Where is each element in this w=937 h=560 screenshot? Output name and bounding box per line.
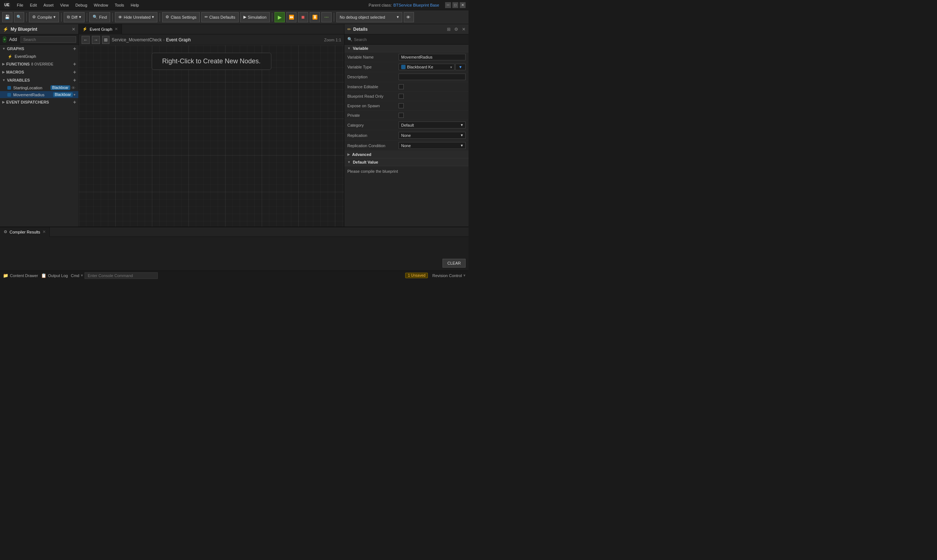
category-dropdown-arrow: ▾	[461, 123, 463, 128]
output-log-button[interactable]: 📋 Output Log	[41, 273, 68, 278]
replication-condition-dropdown[interactable]: None ▾	[398, 142, 466, 149]
clear-button[interactable]: CLEAR	[443, 259, 466, 268]
breadcrumb-current: Event Graph	[166, 37, 191, 43]
variable-type-arrow: ▾	[450, 65, 452, 69]
add-button[interactable]: +	[3, 37, 6, 43]
menu-asset[interactable]: Asset	[41, 2, 57, 8]
canvas-forward-button[interactable]: →	[92, 36, 100, 44]
menu-file[interactable]: File	[14, 2, 26, 8]
find-icon: 🔍	[92, 15, 98, 19]
output-log-label: Output Log	[48, 274, 68, 278]
details-search-input[interactable]	[354, 37, 466, 42]
menu-edit[interactable]: Edit	[27, 2, 40, 8]
functions-section-header[interactable]: ▶ FUNCTIONS 8 OVERRIDE +	[0, 60, 78, 68]
class-settings-button[interactable]: ⚙ Class Settings	[162, 12, 200, 22]
compiler-results-tab[interactable]: ⚙ Compiler Results ✕	[0, 227, 50, 237]
variable-type-dropdown[interactable]: Blackboard Ke ▾	[398, 64, 455, 70]
instance-editable-checkbox[interactable]	[398, 84, 404, 89]
event-dispatchers-add-button[interactable]: +	[73, 99, 76, 105]
default-value-message: Please compile the blueprint	[345, 166, 469, 177]
details-layout-icon[interactable]: ⊞	[447, 27, 451, 32]
compile-button[interactable]: ⚙ Compile ▾	[29, 12, 59, 22]
eventgraph-item[interactable]: ⚡ EventGraph	[0, 53, 78, 60]
variables-section-header[interactable]: ▼ VARIABLES +	[0, 76, 78, 84]
class-defaults-button[interactable]: ✏ Class Defaults	[201, 12, 238, 22]
compiler-results-close[interactable]: ✕	[43, 229, 46, 234]
cmd-input[interactable]	[85, 272, 158, 279]
macros-add-button[interactable]: +	[73, 69, 76, 75]
more-button[interactable]: ⋯	[322, 12, 332, 22]
pause-button[interactable]: ⏬	[310, 12, 320, 22]
expose-on-spawn-checkbox[interactable]	[398, 103, 404, 108]
restore-button[interactable]: □	[452, 2, 458, 8]
menu-help[interactable]: Help	[128, 2, 142, 8]
parent-class-link[interactable]: BTService Blueprint Base	[394, 3, 439, 7]
browse-button[interactable]: 🔍	[14, 12, 24, 22]
variable-type-extra-icon: ▾	[459, 65, 462, 69]
blueprint-search-input[interactable]	[20, 36, 76, 43]
stop-button[interactable]: ⏹	[298, 12, 308, 22]
replication-dropdown[interactable]: None ▾	[398, 132, 466, 139]
menu-tools[interactable]: Tools	[112, 2, 127, 8]
diff-button[interactable]: ⧉ Diff ▾	[64, 12, 84, 22]
my-blueprint-close[interactable]: ✕	[72, 27, 75, 32]
description-row: Description	[345, 72, 469, 82]
category-row: Category Default ▾	[345, 120, 469, 130]
type-color	[401, 65, 406, 69]
event-dispatchers-section-header[interactable]: ▶ EVENT DISPATCHERS +	[0, 98, 78, 106]
variables-add-button[interactable]: +	[73, 77, 76, 83]
functions-add-button[interactable]: +	[73, 61, 76, 67]
menu-view[interactable]: View	[57, 2, 72, 8]
blueprint-read-only-checkbox[interactable]	[398, 94, 404, 99]
step-button[interactable]: ⏩	[286, 12, 297, 22]
movement-radius-label: MovementRadius	[13, 92, 45, 97]
ue-logo: UE	[3, 1, 11, 9]
movement-radius-dropdown-icon[interactable]: ▾	[74, 92, 75, 97]
event-graph-tab-label: Event Graph	[90, 27, 112, 31]
debug-selector[interactable]: No debug object selected ▾	[336, 12, 402, 22]
macros-label: MACROS	[6, 70, 24, 74]
starting-location-item[interactable]: StartingLocation Blackboar 👁	[0, 84, 78, 91]
description-value-container	[398, 74, 466, 80]
toolbar-sep-4	[112, 13, 113, 22]
revision-control[interactable]: Revision Control ▾	[432, 273, 466, 278]
description-input[interactable]	[398, 74, 466, 80]
canvas-back-button[interactable]: ←	[82, 36, 90, 44]
close-button[interactable]: ✕	[460, 2, 466, 8]
find-button[interactable]: 🔍 Find	[89, 12, 110, 22]
replication-condition-dropdown-arrow: ▾	[461, 143, 463, 148]
variable-section-header[interactable]: ▼ Variable	[345, 45, 469, 52]
variable-type-extra-button[interactable]: ▾	[455, 64, 466, 70]
graphs-section-header[interactable]: ▼ GRAPHS +	[0, 45, 78, 53]
eye-tool-button[interactable]: 👁	[404, 12, 414, 22]
menu-window[interactable]: Window	[91, 2, 111, 8]
private-checkbox[interactable]	[398, 113, 404, 118]
simulation-button[interactable]: ▶ Simulation	[240, 12, 270, 22]
minimize-button[interactable]: ─	[445, 2, 451, 8]
canvas-home-button[interactable]: ⊞	[102, 36, 109, 44]
variable-name-input[interactable]	[398, 54, 466, 60]
details-close[interactable]: ✕	[462, 27, 466, 32]
unsaved-badge: 1 Unsaved	[405, 273, 428, 278]
category-dropdown[interactable]: Default ▾	[398, 122, 466, 128]
movement-radius-item[interactable]: MovementRadius Blackboar ▾	[0, 91, 78, 98]
movement-radius-type: Blackboar	[53, 92, 73, 97]
event-graph-tab-close[interactable]: ✕	[115, 27, 118, 31]
content-drawer-button[interactable]: 📁 Content Drawer	[3, 273, 38, 278]
starting-location-visibility-icon[interactable]: 👁	[71, 86, 75, 90]
compiler-results-label: Compiler Results	[9, 230, 40, 234]
save-button[interactable]: 💾	[2, 12, 12, 22]
advanced-section-header[interactable]: ▶ Advanced	[345, 151, 469, 158]
menu-bar: File Edit Asset View Debug Window Tools …	[14, 2, 142, 8]
cmd-input-container: Cmd ▾	[71, 272, 157, 279]
play-button[interactable]: ▶	[274, 12, 285, 22]
content-drawer-label: Content Drawer	[10, 274, 38, 278]
breadcrumb-root[interactable]: Service_MovementCheck	[112, 37, 162, 43]
menu-debug[interactable]: Debug	[72, 2, 90, 8]
macros-section-header[interactable]: ▶ MACROS +	[0, 68, 78, 76]
details-settings-icon[interactable]: ⚙	[454, 27, 458, 32]
default-value-section-header[interactable]: ▼ Default Value	[345, 158, 469, 166]
event-graph-tab[interactable]: ⚡ Event Graph ✕	[79, 24, 122, 34]
graphs-add-button[interactable]: +	[73, 46, 76, 52]
hide-unrelated-button[interactable]: 👁 Hide Unrelated ▾	[115, 12, 157, 22]
